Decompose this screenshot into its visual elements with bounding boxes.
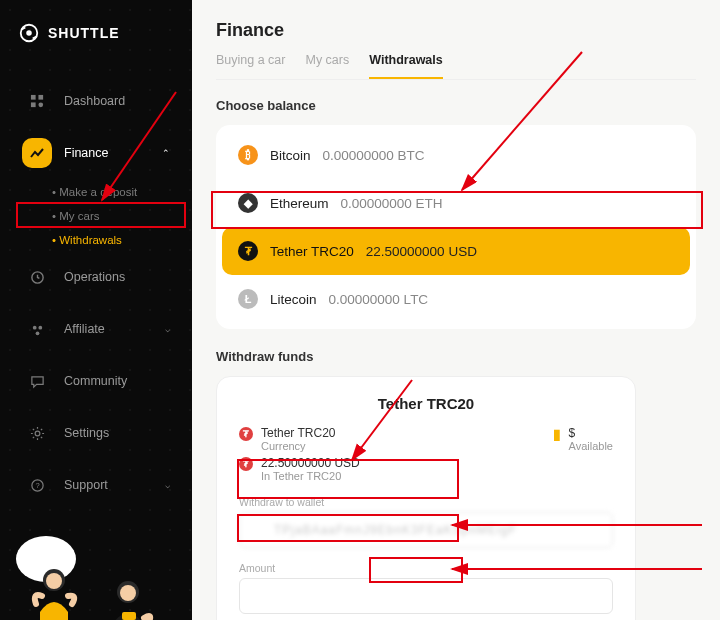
amount-label: Amount [239, 562, 613, 574]
sidebar-sub-mycars[interactable]: My cars [52, 204, 180, 228]
main-content: Finance Buying a car My cars Withdrawals… [192, 0, 720, 620]
support-icon: ? [22, 470, 52, 500]
svg-point-5 [38, 102, 43, 107]
tab-mycars[interactable]: My cars [305, 53, 349, 79]
amount-input[interactable] [239, 578, 613, 614]
balance-name: Tether TRC20 [270, 244, 354, 259]
brand-logo[interactable]: SHUTTLE [0, 0, 192, 66]
balance-tether[interactable]: ₮ Tether TRC20 22.50000000 USD [222, 227, 690, 275]
sidebar-sub-deposit[interactable]: Make a deposit [52, 180, 180, 204]
svg-rect-2 [30, 94, 35, 99]
withdraw-card: Tether TRC20 ₮ Tether TRC20 Currency ▮ $… [216, 376, 636, 620]
bitcoin-icon: ₿ [238, 145, 258, 165]
ethereum-icon: ◆ [238, 193, 258, 213]
dashboard-icon [22, 86, 52, 116]
sidebar-item-affiliate[interactable]: Affiliate ⌵ [12, 304, 180, 354]
currency-label: Currency [261, 440, 335, 452]
svg-text:?: ? [35, 481, 39, 490]
operations-icon [22, 262, 52, 292]
currency-name: Tether TRC20 [261, 426, 335, 440]
withdraw-card-title: Tether TRC20 [239, 395, 613, 412]
balance-name: Ethereum [270, 196, 329, 211]
chevron-up-icon: ⌃ [162, 148, 170, 158]
sidebar-item-settings[interactable]: Settings [12, 408, 180, 458]
svg-point-16 [120, 585, 136, 601]
gear-icon [22, 418, 52, 448]
person-icon [22, 562, 94, 620]
wallet-label: Withdraw to wallet [239, 496, 613, 508]
sidebar-nav: Dashboard Finance ⌃ Make a deposit My ca… [0, 66, 192, 522]
chevron-down-icon: ⌵ [165, 480, 170, 490]
dollar-icon: ▮ [553, 426, 561, 442]
affiliate-icon [22, 314, 52, 344]
balance-amount: 22.50000000 USD [366, 244, 477, 259]
tether-badge-icon: ₮ [239, 457, 253, 471]
tab-withdrawals[interactable]: Withdrawals [369, 53, 443, 79]
balance-name: Bitcoin [270, 148, 311, 163]
finance-tabs: Buying a car My cars Withdrawals [216, 53, 696, 80]
svg-point-1 [26, 30, 32, 36]
available-label: Available [569, 440, 613, 452]
sidebar-item-label: Affiliate [64, 322, 105, 336]
sidebar-item-support[interactable]: ? Support ⌵ [12, 460, 180, 510]
sidebar: SHUTTLE Dashboard Finance ⌃ Make a depos… [0, 0, 192, 620]
chevron-down-icon: ⌵ [165, 324, 170, 334]
balance-amount: 0.00000000 ETH [341, 196, 443, 211]
withdraw-info-row: ₮ 22.50000000 USD In Tether TRC20 [239, 456, 613, 482]
balance-litecoin[interactable]: Ł Litecoin 0.00000000 LTC [222, 275, 690, 323]
available-symbol: $ [569, 426, 613, 440]
sidebar-item-finance[interactable]: Finance ⌃ [12, 128, 180, 178]
balance-amount: 0.00000000 BTC [323, 148, 425, 163]
balance-value: 22.50000000 USD [261, 456, 360, 470]
svg-point-9 [35, 331, 39, 335]
sidebar-sub-withdrawals[interactable]: Withdrawals [52, 228, 180, 252]
community-icon [22, 366, 52, 396]
sidebar-item-dashboard[interactable]: Dashboard [12, 76, 180, 126]
svg-point-10 [35, 431, 40, 436]
balance-bitcoin[interactable]: ₿ Bitcoin 0.00000000 BTC [222, 131, 690, 179]
choose-balance-label: Choose balance [216, 98, 696, 113]
person-icon [94, 576, 172, 620]
litecoin-icon: Ł [238, 289, 258, 309]
balance-ethereum[interactable]: ◆ Ethereum 0.00000000 ETH [222, 179, 690, 227]
sidebar-item-label: Operations [64, 270, 125, 284]
sidebar-item-label: Dashboard [64, 94, 125, 108]
questions-illustration [16, 536, 176, 620]
balance-list: ₿ Bitcoin 0.00000000 BTC ◆ Ethereum 0.00… [216, 125, 696, 329]
questions-promo: Do you have any questions? [0, 522, 192, 620]
tether-badge-icon: ₮ [239, 427, 253, 441]
balance-sublabel: In Tether TRC20 [261, 470, 360, 482]
sidebar-item-label: Finance [64, 146, 108, 160]
withdraw-funds-label: Withdraw funds [216, 349, 696, 364]
svg-point-7 [32, 325, 36, 329]
svg-rect-3 [38, 94, 43, 99]
sidebar-item-label: Settings [64, 426, 109, 440]
balance-name: Litecoin [270, 292, 317, 307]
tether-icon: ₮ [238, 241, 258, 261]
svg-point-14 [46, 573, 62, 589]
svg-rect-17 [122, 612, 136, 620]
withdraw-info-row: ₮ Tether TRC20 Currency ▮ $ Available [239, 426, 613, 452]
sidebar-item-operations[interactable]: Operations [12, 252, 180, 302]
svg-point-8 [38, 325, 42, 329]
balance-amount: 0.00000000 LTC [329, 292, 429, 307]
svg-rect-4 [30, 102, 35, 107]
tab-buying[interactable]: Buying a car [216, 53, 285, 79]
finance-icon [22, 138, 52, 168]
wallet-input[interactable] [239, 512, 613, 548]
sidebar-item-community[interactable]: Community [12, 356, 180, 406]
sidebar-item-label: Support [64, 478, 108, 492]
sidebar-item-label: Community [64, 374, 127, 388]
page-title: Finance [216, 20, 696, 41]
brand-name: SHUTTLE [48, 25, 120, 41]
shuttle-logo-icon [18, 22, 40, 44]
